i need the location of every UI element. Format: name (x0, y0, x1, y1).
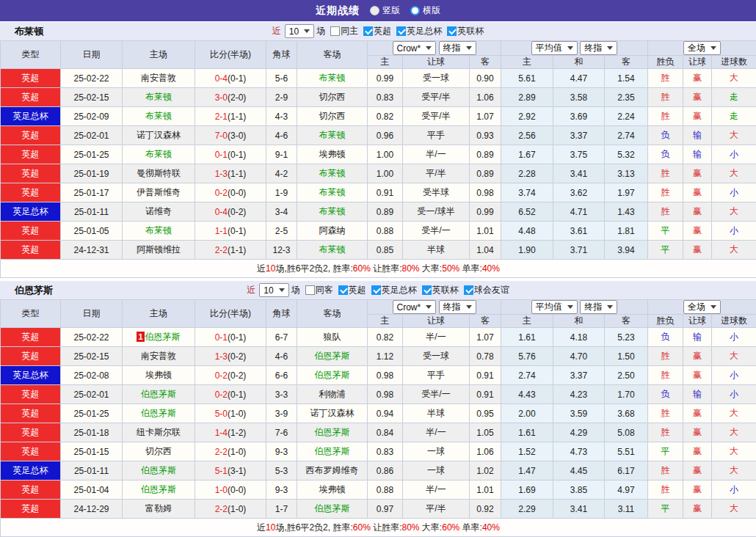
league-checkbox-facup[interactable]: 英足总杯 (396, 25, 442, 37)
home-team: 布莱顿 (123, 145, 195, 164)
recent-results-page: 近期战绩 竖版 横版 布莱顿 近 10 场 同主 英超 英足总杯 英联杯 (0, 0, 756, 537)
avg-away-odds: 1.54 (605, 69, 648, 88)
match-score: 1-4(1-2) (195, 423, 266, 442)
col-hcp-result: 让球 (683, 315, 712, 328)
home-team: 埃弗顿 (123, 366, 195, 385)
league-checkbox-facup[interactable]: 英足总杯 (371, 284, 417, 296)
corner-count: 1-7 (266, 500, 297, 519)
result-handicap: 输 (683, 385, 712, 404)
league-checkbox-epl[interactable]: 英超 (363, 25, 391, 37)
odds-home: 0.83 (368, 88, 403, 107)
avg-home-odds: 6.52 (501, 202, 553, 222)
result-handicap: 输 (683, 328, 712, 347)
avg-home-odds: 1.47 (501, 461, 553, 481)
league-checkbox-eflcup[interactable]: 英联杯 (447, 25, 484, 37)
col-odds-away: 客 (470, 56, 501, 69)
corner-count: 5-6 (266, 69, 297, 88)
result-handicap: 赢 (683, 481, 712, 500)
match-count-select[interactable]: 10 (285, 24, 314, 38)
handicap-line: 受一球 (403, 69, 470, 88)
away-team: 埃弗顿 (297, 481, 368, 500)
games-label: 场 (316, 25, 325, 37)
col-avg-away: 客 (605, 56, 648, 69)
result-goals: 大 (712, 442, 756, 461)
result-goals: 大 (712, 423, 756, 442)
match-score: 0-2(0-2) (195, 366, 266, 385)
chevron-down-icon (279, 288, 285, 292)
corner-count: 3-3 (266, 385, 297, 404)
odds-away: 1.01 (470, 222, 501, 241)
corner-count: 9-1 (266, 145, 297, 164)
average-select[interactable]: 平均值 (531, 41, 578, 55)
avg-away-odds: 1.43 (605, 202, 648, 222)
avg-home-odds: 1.61 (501, 328, 553, 347)
checkbox-icon (396, 26, 406, 36)
handicap-line: 半/一 (403, 423, 470, 442)
corner-count: 2-9 (266, 88, 297, 107)
avg-away-odds: 1.50 (605, 347, 648, 366)
scope-select[interactable]: 全场 (683, 41, 721, 55)
odds-away: 0.91 (470, 385, 501, 404)
avg-home-odds: 2.00 (501, 404, 553, 423)
result-goals: 小 (712, 183, 756, 202)
result-goals: 小 (712, 145, 756, 164)
avg-away-odds: 4.97 (605, 481, 648, 500)
match-row: 英足总杯25-02-08埃弗顿0-2(0-2)6-6伯恩茅斯0.98平手0.91… (1, 366, 756, 385)
match-score: 1-3(0-2) (195, 347, 266, 366)
odds-stage-select[interactable]: 终指 (439, 41, 476, 55)
same-away-checkbox[interactable]: 同客 (305, 284, 333, 296)
odds-home: 0.83 (368, 442, 403, 461)
average-select[interactable]: 平均值 (531, 300, 578, 314)
odds-away: 1.07 (470, 328, 501, 347)
match-row: 英超25-01-15切尔西2-2(1-0)9-3伯恩茅斯0.83一球1.061.… (1, 442, 756, 461)
odds-home: 0.88 (368, 222, 403, 241)
avg-stage-select[interactable]: 终指 (580, 41, 617, 55)
avg-stage-select[interactable]: 终指 (580, 300, 617, 314)
avg-away-odds: 3.11 (605, 500, 648, 519)
checkbox-icon (363, 26, 373, 36)
result-goals: 走 (712, 107, 756, 126)
col-goals: 进球数 (712, 56, 756, 69)
match-date: 25-01-11 (61, 202, 123, 222)
league-type-badge: 英超 (1, 423, 61, 442)
avg-home-odds: 1.61 (501, 423, 553, 442)
league-checkbox-eflcup[interactable]: 英联杯 (422, 284, 459, 296)
odds-home: 0.91 (368, 183, 403, 202)
match-score: 2-2(1-0) (195, 500, 266, 519)
scope-value: 全场 (688, 301, 705, 313)
home-team: 伯恩茅斯 (123, 461, 195, 481)
result-wdl: 平 (648, 442, 683, 461)
result-wdl: 胜 (648, 202, 683, 222)
odds-source-group: Crow* 终指 (368, 41, 501, 56)
avg-draw-odds: 3.58 (553, 88, 605, 107)
home-team: 布莱顿 (123, 222, 195, 241)
page-title: 近期战绩 (316, 4, 360, 18)
result-wdl: 胜 (648, 164, 683, 183)
avg-draw-odds: 3.41 (553, 500, 605, 519)
avg-draw-odds: 3.37 (553, 366, 605, 385)
match-date: 25-01-18 (61, 423, 123, 442)
chevron-down-icon (607, 305, 613, 309)
away-team: 利物浦 (297, 385, 368, 404)
col-goals: 进球数 (712, 315, 756, 328)
result-goals: 大 (712, 500, 756, 519)
same-home-checkbox[interactable]: 同主 (330, 25, 358, 37)
match-score: 0-1(0-1) (195, 328, 266, 347)
scope-select[interactable]: 全场 (683, 300, 721, 314)
avg-home-odds: 3.74 (501, 183, 553, 202)
odds-home: 0.97 (368, 500, 403, 519)
avg-draw-odds: 4.18 (553, 328, 605, 347)
bookmaker-select[interactable]: Crow* (393, 300, 437, 314)
match-count-select[interactable]: 10 (259, 283, 288, 297)
layout-option-vertical[interactable]: 竖版 (370, 4, 400, 17)
odds-stage-select[interactable]: 终指 (439, 300, 476, 314)
away-team: 布莱顿 (297, 69, 368, 88)
league-checkbox-friendly[interactable]: 球会友谊 (464, 284, 509, 296)
league-checkbox-epl[interactable]: 英超 (338, 284, 366, 296)
handicap-line: 受一球 (403, 347, 470, 366)
odds-home: 0.88 (368, 481, 403, 500)
corner-count: 3-9 (266, 404, 297, 423)
bookmaker-select[interactable]: Crow* (393, 41, 437, 55)
odds-away: 1.07 (470, 107, 501, 126)
layout-option-horizontal[interactable]: 横版 (410, 4, 440, 17)
